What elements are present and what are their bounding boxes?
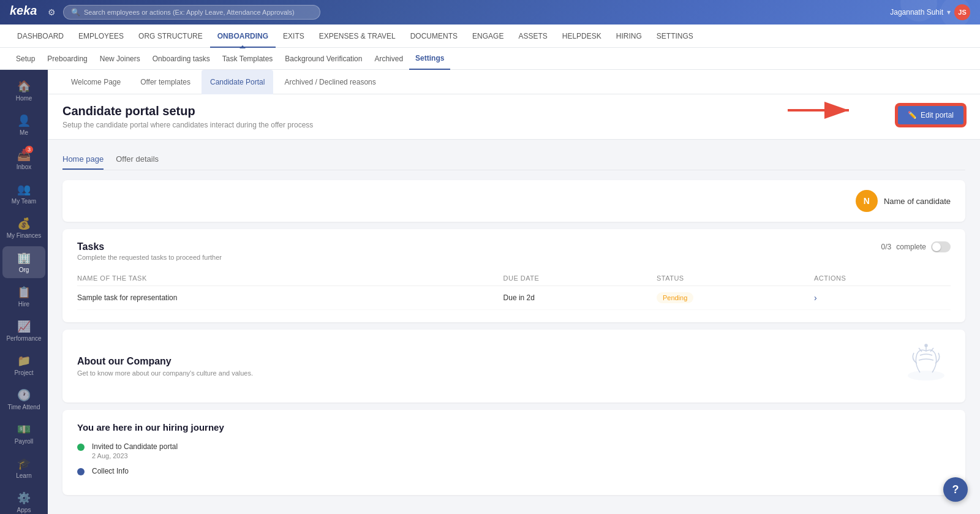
logo-text: keka	[10, 4, 40, 21]
org-icon: 🏢	[17, 251, 31, 265]
subnav-background-verification[interactable]: Background Verification	[279, 48, 368, 70]
sidebar-item-me[interactable]: 👤 Me	[2, 109, 45, 141]
avatar: JS	[954, 4, 970, 20]
project-icon: 📁	[17, 354, 31, 368]
gear-icon[interactable]: ⚙	[48, 7, 56, 17]
journey-dot-green	[77, 444, 85, 451]
sidebar-item-my-team[interactable]: 👥 My Team	[2, 178, 45, 210]
about-company-title: About our Company	[77, 356, 253, 367]
sidebar-item-org[interactable]: 🏢 Org	[2, 246, 45, 278]
task-action-cell[interactable]: ›	[814, 286, 951, 310]
sidebar-item-my-finances[interactable]: 💰 My Finances	[2, 212, 45, 244]
chevron-down-icon[interactable]: ▾	[947, 8, 951, 17]
about-company-subtitle: Get to know more about our company's cul…	[77, 369, 253, 377]
tab-welcome-page[interactable]: Welcome Page	[62, 70, 129, 94]
search-placeholder: Search employees or actions (Ex: Apply L…	[84, 9, 295, 16]
sidebar: 🏠 Home 👤 Me 📥 3 Inbox 👥 My Team 💰 My Fin…	[0, 70, 48, 514]
nav-dashboard[interactable]: DASHBOARD	[10, 25, 71, 48]
tasks-complete-label: complete	[896, 243, 926, 251]
nav-settings[interactable]: SETTINGS	[649, 25, 701, 48]
svg-point-5	[925, 344, 927, 347]
question-mark-icon: ?	[952, 483, 959, 496]
search-icon: 🔍	[71, 8, 80, 17]
sidebar-item-hire[interactable]: 📋 Hire	[2, 281, 45, 312]
finances-icon: 💰	[17, 217, 31, 230]
red-arrow-indicator	[788, 98, 861, 123]
user-name: Jagannath Suhit	[890, 8, 943, 17]
nav-exits[interactable]: EXITS	[276, 25, 312, 48]
sidebar-label-apps: Apps	[17, 507, 31, 513]
sidebar-item-performance[interactable]: 📈 Performance	[2, 315, 45, 347]
sidebar-item-payroll[interactable]: 💵 Payroll	[2, 418, 45, 450]
svg-point-3	[908, 371, 944, 380]
hiring-journey-card: You are here in our hiring journey Invit…	[62, 410, 965, 495]
sidebar-item-home[interactable]: 🏠 Home	[2, 75, 45, 107]
svg-text:keka: keka	[10, 4, 37, 17]
about-illustration	[902, 342, 951, 390]
candidate-header-card: N Name of candidate	[62, 180, 965, 222]
tasks-progress: 0/3	[881, 243, 892, 251]
tasks-title: Tasks	[77, 241, 222, 252]
tab-candidate-portal[interactable]: Candidate Portal	[202, 70, 273, 94]
sidebar-item-apps[interactable]: ⚙️ Apps	[2, 486, 45, 514]
subnav-setup[interactable]: Setup	[10, 48, 41, 70]
tasks-subtitle: Complete the requested tasks to proceed …	[77, 254, 222, 261]
tasks-toggle[interactable]	[931, 241, 951, 252]
subnav-archived[interactable]: Archived	[368, 48, 409, 70]
app-body: 🏠 Home 👤 Me 📥 3 Inbox 👥 My Team 💰 My Fin…	[0, 70, 980, 514]
edit-portal-button[interactable]: ✏️ Edit portal	[896, 104, 965, 126]
sidebar-item-learn[interactable]: 🎓 Learn	[2, 452, 45, 484]
content-area: Welcome Page Offer templates Candidate P…	[48, 70, 980, 514]
tab-offer-templates[interactable]: Offer templates	[132, 70, 199, 94]
subnav-new-joiners[interactable]: New Joiners	[94, 48, 146, 70]
status-badge: Pending	[657, 292, 693, 303]
tab-archived-declined-reasons[interactable]: Archived / Declined reasons	[276, 70, 384, 94]
nav-employees[interactable]: EMPLOYEES	[71, 25, 131, 48]
help-button[interactable]: ?	[943, 477, 968, 502]
search-bar[interactable]: 🔍 Search employees or actions (Ex: Apply…	[63, 5, 320, 20]
nav-hiring[interactable]: HIRING	[609, 25, 649, 48]
journey-label-0: Invited to Candidate portal	[92, 442, 178, 451]
edit-icon: ✏️	[908, 111, 917, 119]
col-due-date: DUE DATE	[503, 271, 657, 286]
sidebar-label-my-team: My Team	[12, 198, 36, 205]
subnav-settings[interactable]: Settings	[409, 48, 450, 70]
task-status-cell: Pending	[657, 286, 814, 310]
col-task-name: NAME OF THE TASK	[77, 271, 503, 286]
nav-helpdesk[interactable]: HELPDESK	[555, 25, 609, 48]
chevron-right-icon[interactable]: ›	[814, 293, 817, 303]
sidebar-item-inbox[interactable]: 📥 3 Inbox	[2, 143, 45, 175]
my-team-icon: 👥	[17, 183, 31, 196]
subnav-task-templates[interactable]: Task Templates	[216, 48, 279, 70]
nav-documents[interactable]: DOCUMENTS	[403, 25, 465, 48]
subtab-home-page[interactable]: Home page	[62, 149, 104, 170]
nav-expenses-travel[interactable]: EXPENSES & TRAVEL	[312, 25, 403, 48]
subnav-onboarding-tasks[interactable]: Onboarding tasks	[146, 48, 216, 70]
apps-icon: ⚙️	[17, 491, 31, 505]
table-row: Sample task for representation Due in 2d…	[77, 286, 951, 310]
learn-icon: 🎓	[17, 457, 31, 471]
page-subtitle: Setup the candidate portal where candida…	[62, 121, 313, 129]
btn-area: ✏️ Edit portal	[896, 104, 965, 126]
sidebar-item-time-attend[interactable]: 🕐 Time Attend	[2, 384, 45, 415]
nav-assets[interactable]: ASSETS	[511, 25, 554, 48]
top-navigation: keka ⚙ 🔍 Search employees or actions (Ex…	[0, 0, 980, 25]
subnav-preboarding[interactable]: Preboarding	[41, 48, 93, 70]
nav-engage[interactable]: ENGAGE	[465, 25, 511, 48]
candidate-name: Name of candidate	[884, 197, 951, 206]
subtab-offer-details[interactable]: Offer details	[116, 149, 159, 170]
logo[interactable]: keka	[10, 4, 40, 21]
sidebar-label-finances: My Finances	[7, 232, 42, 239]
time-attend-icon: 🕐	[17, 388, 31, 402]
nav-onboarding[interactable]: ONBOARDING	[210, 25, 276, 48]
nav-org-structure[interactable]: ORG STRUCTURE	[131, 25, 210, 48]
sidebar-label-me: Me	[20, 129, 28, 136]
journey-info-0: Invited to Candidate portal 2 Aug, 2023	[92, 442, 178, 459]
tab-bar: Welcome Page Offer templates Candidate P…	[48, 70, 980, 94]
sidebar-label-home: Home	[16, 95, 32, 102]
hire-icon: 📋	[17, 285, 31, 299]
performance-icon: 📈	[17, 320, 31, 333]
hiring-journey-title: You are here in our hiring journey	[77, 422, 951, 433]
sidebar-item-project[interactable]: 📁 Project	[2, 349, 45, 381]
task-name-cell: Sample task for representation	[77, 286, 503, 310]
